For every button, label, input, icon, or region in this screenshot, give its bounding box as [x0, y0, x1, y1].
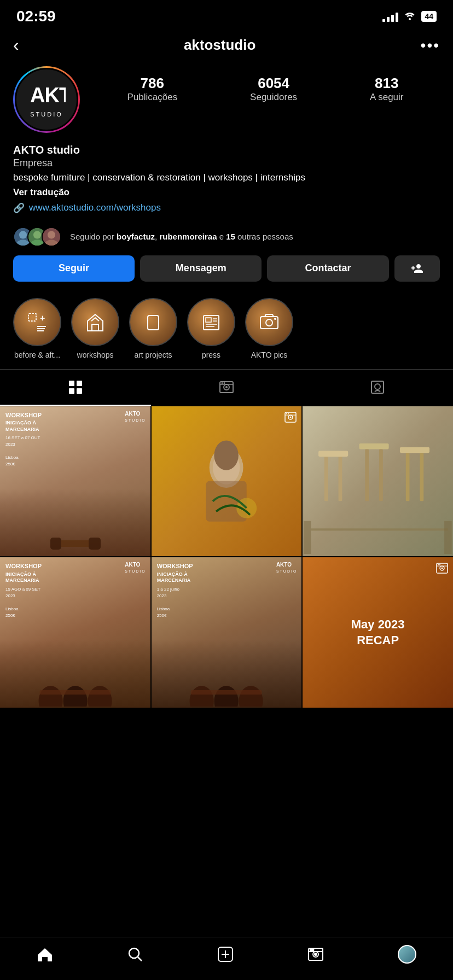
wifi-icon: [404, 10, 416, 23]
follow-button[interactable]: Seguir: [13, 255, 135, 282]
highlight-circle-before-after: +: [13, 298, 61, 346]
svg-point-37: [375, 384, 380, 389]
bio-text: bespoke furniture | conservation & resto…: [13, 171, 440, 185]
message-button[interactable]: Mensagem: [140, 255, 262, 282]
followers-prefix: Seguido por: [70, 232, 117, 241]
highlight-akto-pics[interactable]: AKTO pics: [245, 298, 293, 359]
tab-tagged[interactable]: [302, 370, 453, 406]
page-title: aktostudio: [184, 37, 255, 54]
header: ‹ aktostudio •••: [0, 30, 453, 61]
svg-rect-54: [339, 457, 342, 501]
svg-rect-27: [77, 381, 82, 386]
svg-point-32: [225, 386, 228, 388]
posts-label: Publicações: [127, 92, 177, 102]
highlight-circle-art-projects: [129, 298, 177, 346]
avatar-container[interactable]: AKTO STUDIO: [13, 66, 80, 133]
svg-point-69: [214, 686, 239, 707]
svg-rect-57: [379, 449, 383, 501]
grid-item-4[interactable]: WORKSHOP INICIAÇÃO ÀMARCENARIA 19 AGO a …: [0, 557, 150, 708]
avatar-inner: AKTO STUDIO: [15, 68, 78, 131]
svg-point-8: [48, 231, 55, 238]
stat-posts: 786 Publicações: [127, 75, 177, 103]
svg-text:AKTO: AKTO: [30, 84, 66, 107]
followers-end: outras pessoas: [235, 232, 293, 241]
highlight-art-projects[interactable]: art projects: [129, 298, 177, 359]
status-icons: 44: [382, 10, 437, 23]
add-friend-button[interactable]: [394, 255, 440, 282]
reel-badge-6: [435, 562, 449, 577]
highlight-before-after[interactable]: + before & aft...: [13, 298, 61, 359]
reel-badge-2: [284, 411, 297, 427]
avatar-studio-label: STUDIO: [30, 111, 63, 118]
highlight-circle-workshops: [71, 298, 119, 346]
svg-point-88: [312, 949, 313, 951]
back-button[interactable]: ‹: [13, 35, 19, 55]
stat-followers[interactable]: 6054 Seguidores: [250, 75, 297, 103]
svg-rect-71: [191, 690, 262, 695]
svg-point-78: [129, 948, 139, 958]
avatar-ring: AKTO STUDIO: [13, 66, 80, 133]
recap-text: May 2023 RECAP: [351, 617, 405, 648]
profile-section: AKTO STUDIO 786 Publicações 6054 Seguido…: [0, 61, 453, 142]
svg-point-74: [441, 568, 443, 569]
svg-rect-62: [304, 521, 311, 554]
contact-button[interactable]: Contactar: [267, 255, 388, 282]
tab-reels[interactable]: [151, 370, 302, 406]
followers-label: Seguidores: [250, 92, 297, 102]
svg-line-79: [138, 957, 142, 961]
svg-rect-60: [420, 453, 424, 501]
grid-item-5[interactable]: WORKSHOP INICIAÇÃO ÀMARCENARIA 1 a 22 ju…: [152, 557, 302, 708]
highlight-circle-press: [187, 298, 235, 346]
svg-rect-29: [77, 388, 82, 394]
bio-section: AKTO studio Empresa bespoke furniture | …: [0, 142, 453, 227]
menu-button[interactable]: •••: [421, 37, 440, 54]
followers-count: 15: [226, 232, 235, 241]
bio-link[interactable]: 🔗 www.aktostudio.com/workshops: [13, 202, 440, 214]
highlight-press[interactable]: press: [187, 298, 235, 359]
svg-rect-63: [444, 521, 452, 554]
nav-search[interactable]: [127, 946, 143, 962]
grid-item-6[interactable]: May 2023 RECAP: [303, 557, 453, 708]
nav-reels[interactable]: [307, 946, 324, 962]
photo-grid: WORKSHOP INICIAÇÃO ÀMARCENARIA 16 SET a …: [0, 406, 453, 708]
nav-avatar: [398, 945, 416, 964]
grid-item-3[interactable]: [303, 406, 453, 557]
svg-point-5: [33, 231, 41, 238]
svg-point-24: [266, 319, 272, 326]
followers-count: 6054: [250, 75, 297, 92]
highlight-workshops[interactable]: workshops: [71, 298, 119, 359]
svg-rect-10: [28, 313, 36, 321]
svg-rect-56: [365, 449, 369, 501]
signal-icon: [382, 11, 398, 22]
svg-rect-53: [324, 457, 328, 501]
tab-grid[interactable]: [0, 370, 151, 406]
bio-name: AKTO studio: [13, 144, 440, 156]
following-label: A seguir: [370, 92, 403, 102]
nav-add[interactable]: [217, 946, 234, 962]
highlight-label-before-after: before & aft...: [14, 351, 60, 359]
workshop-card-3: WORKSHOP INICIAÇÃO ÀMARCENARIA 1 a 22 ju…: [152, 557, 302, 708]
svg-point-25: [274, 318, 276, 320]
nav-profile[interactable]: [398, 945, 416, 964]
svg-rect-55: [359, 443, 389, 449]
svg-point-45: [214, 441, 239, 470]
svg-point-48: [290, 416, 292, 418]
stat-following[interactable]: 813 A seguir: [370, 75, 403, 103]
link-url: www.aktostudio.com/workshops: [29, 202, 161, 213]
svg-point-70: [239, 686, 263, 707]
svg-point-76: [438, 564, 439, 565]
avatar-logo: AKTO: [27, 81, 66, 111]
svg-point-34: [222, 382, 223, 384]
grid-item-2[interactable]: [152, 406, 302, 557]
status-bar: 02:59 44: [0, 0, 453, 30]
translate-button[interactable]: Ver tradução: [13, 187, 440, 198]
svg-point-50: [286, 413, 287, 414]
followers-section[interactable]: Seguido por boyfactuz, rubenmoreiraa e 1…: [0, 227, 453, 255]
svg-rect-61: [311, 528, 448, 530]
nav-home[interactable]: [37, 946, 53, 962]
grid-item-1[interactable]: WORKSHOP INICIAÇÃO ÀMARCENARIA 16 SET a …: [0, 406, 150, 557]
svg-rect-59: [406, 453, 410, 501]
posts-count: 786: [127, 75, 177, 92]
highlight-label-akto-pics: AKTO pics: [251, 351, 288, 359]
bottom-nav: [0, 937, 453, 980]
